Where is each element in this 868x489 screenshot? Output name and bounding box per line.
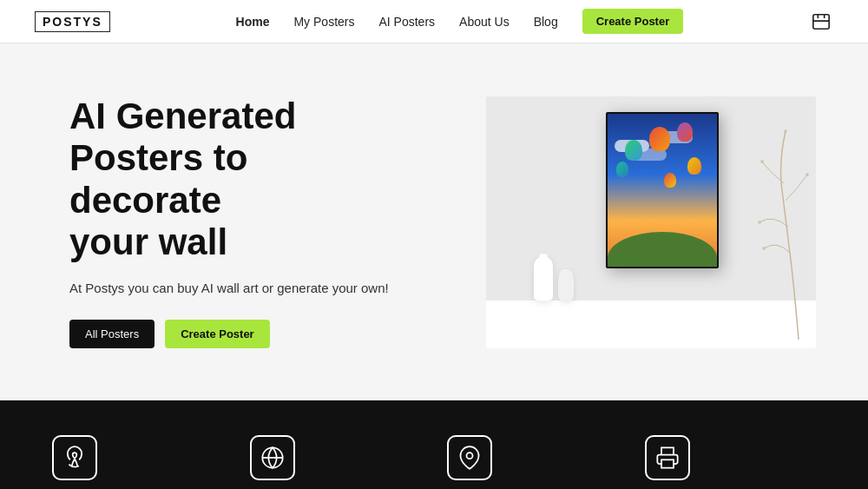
svg-point-5 [784,129,787,133]
balloon-4 [687,157,701,175]
fingerprint-icon [52,435,97,480]
nav-blog[interactable]: Blog [534,15,558,29]
hero-title: AI Generated Posters to decorate your wa… [69,96,399,263]
balloon-scene [608,114,717,267]
nav-home[interactable]: Home [236,15,270,29]
svg-point-2 [758,221,761,224]
main-nav: Home My Posters AI Posters About Us Blog… [236,9,684,34]
location-icon [447,435,492,480]
nav-my-posters[interactable]: My Posters [293,15,354,29]
balloon-5 [616,162,628,177]
nav-ai-posters[interactable]: AI Posters [378,15,435,29]
hero-buttons: All Posters Create Poster [69,320,399,348]
nav-about-us[interactable]: About Us [459,15,510,29]
vase-short [558,269,574,301]
create-poster-button[interactable]: Create Poster [165,320,270,348]
feature-global-ordering: Global Ordering Our products are availab… [250,435,422,489]
branch-decoration [746,114,816,340]
logo[interactable]: POSTYS [35,11,110,32]
feature-local-printing: Local Printing Our posters are printed l… [447,435,619,489]
svg-rect-9 [661,460,674,468]
svg-point-3 [806,173,809,176]
svg-point-4 [760,160,764,163]
hero-image [486,96,816,348]
balloon-6 [664,173,676,188]
hero-text: AI Generated Posters to decorate your wa… [69,96,399,348]
globe-icon [250,435,295,480]
hero-subtitle: At Postys you can buy AI wall art or gen… [69,281,399,295]
all-posters-button[interactable]: All Posters [69,320,155,348]
cart-icon[interactable] [809,10,833,34]
printer-icon [645,435,690,480]
vase-tall [534,257,553,301]
header: POSTYS Home My Posters AI Posters About … [0,0,868,43]
vase-container [534,257,574,301]
balloon-1 [649,127,670,151]
feature-quality-prints: Quality Prints Our posters are guarantee… [645,435,817,489]
svg-point-8 [467,453,473,459]
poster-frame [606,112,719,268]
svg-rect-0 [813,14,829,29]
header-create-poster-button[interactable]: Create Poster [582,9,684,34]
feature-unique-design: Unique Design Every poster is a unique c… [52,435,224,489]
hero-section: AI Generated Posters to decorate your wa… [0,43,868,400]
balloon-2 [625,140,642,161]
logo-text: POSTYS [35,11,110,32]
features-section: Unique Design Every poster is a unique c… [0,400,868,489]
svg-point-1 [762,247,766,250]
hero-image-bg [486,96,816,348]
balloon-3 [677,122,693,142]
